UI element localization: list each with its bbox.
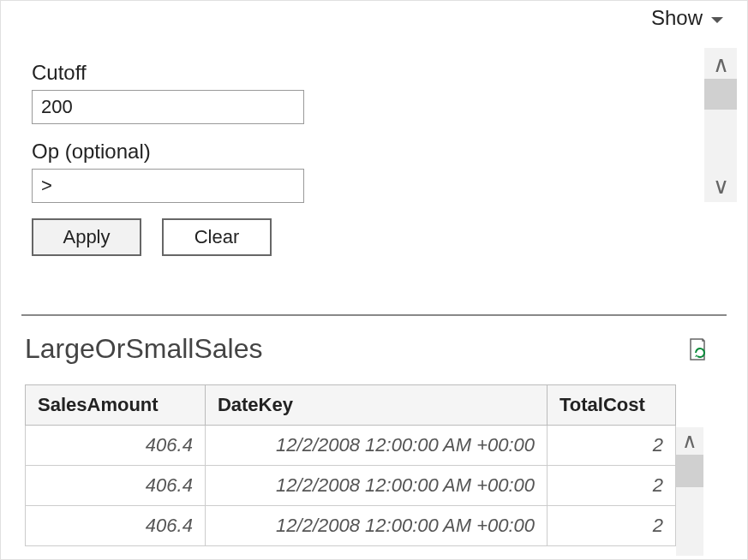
scroll-thumb[interactable] [704, 79, 737, 110]
results-table: SalesAmount DateKey TotalCost 406.4 12/2… [25, 384, 676, 546]
col-totalcost[interactable]: TotalCost [548, 385, 676, 426]
results-table-wrap: SalesAmount DateKey TotalCost 406.4 12/2… [25, 384, 703, 556]
col-salesamount[interactable]: SalesAmount [26, 385, 206, 426]
query-panel: Show ∧ ∨ Cutoff Op (optional) Apply Clea… [0, 0, 748, 560]
result-title: LargeOrSmallSales [25, 333, 262, 365]
cutoff-input[interactable] [32, 90, 304, 124]
clear-button[interactable]: Clear [162, 218, 272, 256]
table-header-row: SalesAmount DateKey TotalCost [26, 385, 676, 426]
cell-datekey: 12/2/2008 12:00:00 AM +00:00 [205, 426, 547, 466]
show-dropdown[interactable]: Show [651, 6, 723, 30]
op-input[interactable] [32, 169, 304, 203]
cell-datekey: 12/2/2008 12:00:00 AM +00:00 [205, 466, 547, 506]
apply-button[interactable]: Apply [32, 218, 141, 256]
refresh-icon[interactable] [687, 337, 708, 361]
cell-datekey: 12/2/2008 12:00:00 AM +00:00 [205, 506, 547, 546]
scroll-down-icon[interactable]: ∨ [713, 175, 729, 197]
cell-totalcost: 2 [548, 466, 676, 506]
cutoff-label: Cutoff [32, 61, 580, 85]
cell-salesamount: 406.4 [26, 506, 206, 546]
scroll-up-icon[interactable]: ∧ [713, 53, 729, 75]
table-scrollbar[interactable]: ∧ [676, 427, 703, 556]
cell-salesamount: 406.4 [26, 426, 206, 466]
show-label: Show [651, 6, 703, 30]
cell-totalcost: 2 [548, 426, 676, 466]
scroll-thumb[interactable] [676, 455, 703, 487]
col-datekey[interactable]: DateKey [205, 385, 547, 426]
parameters-form: Cutoff Op (optional) Apply Clear [32, 61, 580, 256]
table-row[interactable]: 406.4 12/2/2008 12:00:00 AM +00:00 2 [26, 466, 676, 506]
scroll-up-icon[interactable]: ∧ [682, 431, 697, 451]
table-row[interactable]: 406.4 12/2/2008 12:00:00 AM +00:00 2 [26, 426, 676, 466]
divider [21, 314, 727, 316]
cell-salesamount: 406.4 [26, 466, 206, 506]
caret-down-icon [711, 17, 723, 23]
table-row[interactable]: 406.4 12/2/2008 12:00:00 AM +00:00 2 [26, 506, 676, 546]
op-label: Op (optional) [32, 140, 580, 164]
result-header: LargeOrSmallSales [25, 333, 708, 365]
cell-totalcost: 2 [548, 506, 676, 546]
button-row: Apply Clear [32, 218, 580, 256]
params-scrollbar[interactable]: ∧ ∨ [704, 48, 737, 202]
